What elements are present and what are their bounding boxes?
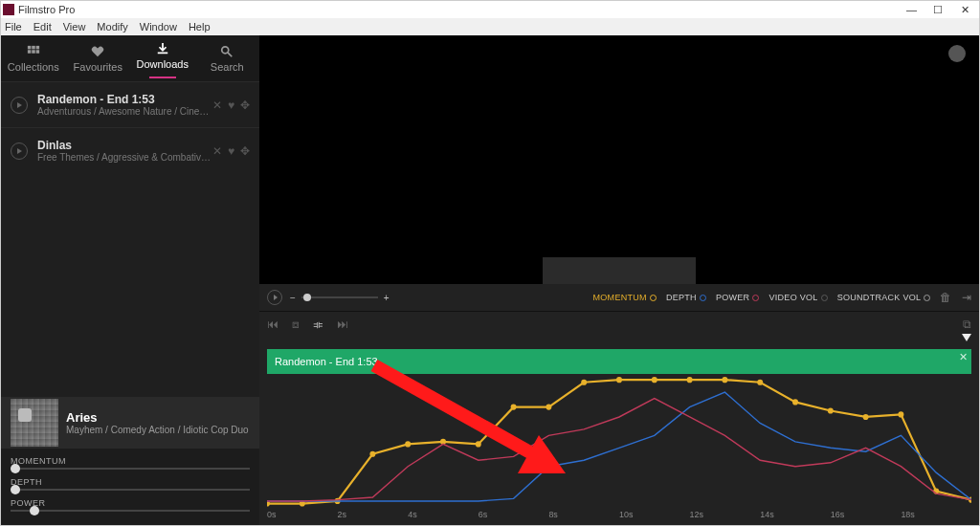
library-tabs: Collections Favourites Downloads Search	[1, 35, 259, 81]
legend-item[interactable]: MOMENTUM	[593, 293, 657, 302]
cut-icon[interactable]: ⧈	[292, 318, 300, 331]
video-preview	[259, 35, 979, 284]
edit-toolbar: ⏮ ⧈ ⟚ ⏭ ⧉	[259, 311, 979, 336]
profile-sliders: MOMENTUM DEPTH POWER	[1, 449, 259, 525]
window-title: Filmstro Pro	[18, 4, 75, 15]
play-button[interactable]	[267, 290, 282, 305]
remove-icon[interactable]: ✕	[212, 144, 222, 158]
svg-rect-3	[28, 50, 32, 54]
remove-icon[interactable]: ✕	[212, 99, 222, 112]
tab-label: Favourites	[74, 61, 122, 73]
playhead-icon[interactable]	[962, 334, 971, 341]
zoom-slider[interactable]: − +	[290, 293, 390, 303]
svg-point-23	[792, 399, 798, 405]
link-icon[interactable]: ⧉	[963, 318, 971, 331]
legend-item[interactable]: VIDEO VOL	[768, 293, 827, 302]
skip-fwd-icon[interactable]: ⏭	[337, 318, 348, 331]
legend-dot-icon	[821, 295, 828, 301]
chart-legend: MOMENTUMDEPTHPOWERVIDEO VOLSOUNDTRACK VO…	[593, 291, 972, 304]
clip-close-icon[interactable]: ✕	[959, 351, 968, 363]
track-list: Randemon - End 1:53 Adventurous / Awesom…	[1, 81, 259, 173]
favourite-icon[interactable]: ♥	[228, 99, 234, 112]
zoom-in-icon[interactable]: +	[384, 293, 390, 303]
tab-search[interactable]: Search	[195, 35, 260, 81]
svg-point-21	[722, 377, 727, 383]
svg-point-19	[652, 377, 657, 383]
app-window: Filmstro Pro — ☐ ✕ File Edit View Modify…	[0, 0, 980, 526]
menu-modify[interactable]: Modify	[97, 21, 127, 33]
heart-icon	[91, 45, 104, 58]
svg-text:12s: 12s	[690, 510, 704, 519]
now-playing-tags: Mayhem / Comedy Action / Idiotic Cop Duo	[66, 425, 249, 435]
legend-dot-icon	[700, 295, 706, 301]
skip-back-icon[interactable]: ⏮	[267, 318, 278, 331]
svg-text:8s: 8s	[548, 510, 558, 519]
account-icon[interactable]	[948, 45, 966, 62]
clip-lane: Randemon - End 1:53 ✕	[259, 343, 979, 374]
track-item[interactable]: Dinlas Free Themes / Aggressive & Combat…	[1, 127, 259, 173]
menu-edit[interactable]: Edit	[33, 21, 52, 33]
play-icon[interactable]	[11, 97, 28, 114]
slider-knob[interactable]	[30, 506, 39, 515]
track-tags: Adventurous / Awesome Nature / Cinematic…	[37, 106, 212, 117]
export-icon[interactable]: ⇥	[962, 291, 971, 304]
trash-icon[interactable]: 🗑	[940, 291, 951, 304]
svg-text:16s: 16s	[831, 510, 845, 519]
menu-window[interactable]: Window	[140, 21, 177, 33]
automation-chart[interactable]: 0s2s4s6s8s10s12s14s16s18s20s	[259, 374, 979, 525]
transport-bar: − + MOMENTUMDEPTHPOWERVIDEO VOLSOUNDTRAC…	[259, 284, 979, 311]
track-name: Randemon - End 1:53	[37, 93, 212, 106]
slider-knob[interactable]	[11, 464, 20, 473]
svg-text:0s: 0s	[267, 510, 277, 519]
svg-rect-4	[32, 50, 35, 54]
now-playing[interactable]: Aries Mayhem / Comedy Action / Idiotic C…	[1, 397, 259, 449]
menubar: File Edit View Modify Window Help	[1, 18, 979, 35]
svg-point-22	[757, 380, 763, 385]
svg-point-26	[898, 411, 903, 417]
slider-power[interactable]: POWER	[11, 498, 250, 512]
favourite-icon[interactable]: ♥	[228, 144, 234, 158]
timeline-ruler[interactable]	[259, 336, 979, 343]
drag-icon[interactable]: ✥	[240, 144, 250, 158]
tab-downloads[interactable]: Downloads	[130, 35, 195, 81]
album-art	[11, 399, 58, 447]
svg-point-20	[687, 377, 693, 383]
clip-label: Randemon - End 1:53	[275, 356, 378, 367]
svg-text:2s: 2s	[338, 510, 347, 519]
legend-item[interactable]: SOUNDTRACK VOL	[837, 293, 931, 302]
tab-favourites[interactable]: Favourites	[66, 35, 131, 81]
audio-clip[interactable]: Randemon - End 1:53 ✕	[267, 349, 971, 374]
svg-point-25	[863, 414, 869, 420]
window-maximize-icon[interactable]: ☐	[933, 4, 943, 16]
app-body: Collections Favourites Downloads Search	[1, 35, 979, 525]
track-item[interactable]: Randemon - End 1:53 Adventurous / Awesom…	[1, 81, 259, 127]
svg-point-12	[405, 441, 411, 447]
svg-text:14s: 14s	[760, 510, 774, 519]
window-close-icon[interactable]: ✕	[960, 4, 969, 16]
svg-point-11	[369, 451, 375, 457]
menu-help[interactable]: Help	[189, 21, 211, 33]
legend-dot-icon	[752, 295, 759, 301]
tab-collections[interactable]: Collections	[1, 35, 66, 81]
zoom-out-icon[interactable]: −	[290, 293, 296, 303]
play-icon[interactable]	[11, 142, 28, 160]
svg-point-17	[581, 380, 587, 385]
slider-momentum[interactable]: MOMENTUM	[11, 456, 250, 470]
svg-point-14	[476, 441, 481, 447]
svg-rect-2	[35, 45, 39, 49]
legend-item[interactable]: DEPTH	[666, 293, 706, 302]
slider-depth[interactable]: DEPTH	[11, 477, 250, 491]
slider-knob[interactable]	[11, 485, 20, 494]
split-icon[interactable]: ⟚	[313, 318, 323, 331]
svg-point-18	[616, 377, 622, 383]
drag-icon[interactable]: ✥	[240, 99, 250, 112]
legend-item[interactable]: POWER	[716, 293, 760, 302]
sidebar: Collections Favourites Downloads Search	[1, 35, 259, 525]
svg-point-24	[828, 407, 834, 413]
tab-label: Search	[211, 61, 244, 73]
window-minimize-icon[interactable]: —	[906, 4, 916, 16]
svg-rect-1	[32, 45, 35, 49]
menu-view[interactable]: View	[63, 21, 86, 33]
track-tags: Free Themes / Aggressive & Combative / S…	[37, 152, 212, 163]
menu-file[interactable]: File	[5, 21, 22, 33]
